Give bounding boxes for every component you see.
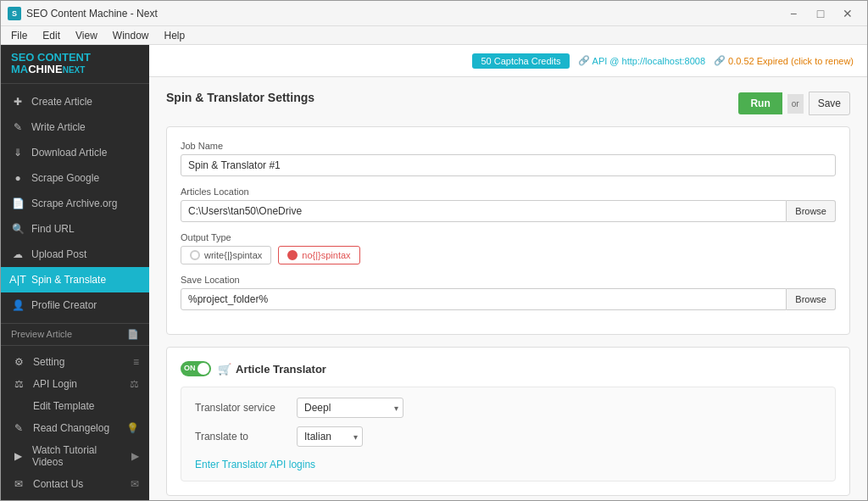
sidebar-label-find-url: Find URL: [31, 223, 75, 235]
sliders-icon: ≡: [133, 356, 139, 368]
output-no-label: no{|}spintax: [302, 250, 350, 260]
settings-card: Job Name Articles Location Browse Output…: [166, 126, 850, 335]
sidebar-nav: ✚ Create Article ✎ Write Article ⇓ Downl…: [1, 84, 149, 323]
app-window: S SEO Content Machine - Next − □ ✕ File …: [0, 0, 868, 501]
save-button[interactable]: Save: [809, 92, 850, 115]
or-label: or: [787, 94, 804, 114]
sidebar-item-create-article[interactable]: ✚ Create Article: [1, 89, 149, 114]
job-name-input[interactable]: [181, 154, 836, 176]
cloud-icon: ☁: [11, 248, 25, 261]
translator-service-select[interactable]: Deepl Google Translate Microsoft: [297, 398, 403, 418]
globe-icon: ●: [11, 171, 25, 185]
top-bar: 50 Captcha Credits 🔗 API @ http://localh…: [149, 45, 867, 77]
output-write-option[interactable]: write{|}spintax: [181, 246, 271, 264]
output-write-label: write{|}spintax: [204, 250, 262, 260]
sidebar-item-scrape-archive[interactable]: 📄 Scrape Archive.org: [1, 191, 149, 216]
sidebar-item-edit-template[interactable]: Edit Template: [1, 395, 149, 417]
at-icon: A|T: [11, 273, 25, 287]
logo-line1: SEO CONTENT: [11, 51, 91, 64]
tutorials-label: Watch Tutorial Videos: [32, 444, 125, 468]
articles-location-input[interactable]: [181, 200, 787, 222]
sidebar-item-profile-creator[interactable]: 👤 Profile Creator: [1, 292, 149, 318]
bulb-icon: ✎: [11, 422, 26, 434]
lightbulb-icon: 💡: [126, 422, 139, 434]
play-icon: ▶: [131, 450, 139, 462]
sidebar-label-scrape-archive: Scrape Archive.org: [31, 198, 117, 209]
sidebar-item-write-article[interactable]: ✎ Write Article: [1, 114, 149, 140]
sidebar-item-setting[interactable]: ⚙ Setting ≡: [1, 351, 149, 373]
articles-browse-button[interactable]: Browse: [787, 200, 836, 222]
app-icon: S: [8, 7, 21, 20]
translator-api-link[interactable]: Enter Translator API logins: [195, 459, 315, 470]
edit-icon: ✎: [11, 120, 25, 134]
job-name-group: Job Name: [181, 141, 836, 176]
radio-no-circle: [287, 250, 298, 260]
preview-section[interactable]: Preview Article 📄: [1, 323, 149, 345]
sidebar-item-read-changelog[interactable]: ✎ Read Changelog 💡: [1, 417, 149, 439]
sidebar-item-find-url[interactable]: 🔍 Find URL: [1, 216, 149, 242]
changelog-label: Read Changelog: [33, 422, 109, 434]
translate-to-select[interactable]: Italian French Spanish German: [297, 426, 363, 447]
translator-toggle-label: ON: [184, 364, 196, 372]
translator-toggle[interactable]: ON: [181, 361, 211, 376]
menu-edit[interactable]: Edit: [36, 28, 67, 43]
articles-location-group: Articles Location Browse: [181, 186, 836, 222]
job-name-label: Job Name: [181, 141, 836, 151]
user-icon: 👤: [11, 298, 25, 312]
logo-next: NEXT: [63, 65, 86, 75]
sidebar-item-upload-post[interactable]: ☁ Upload Post: [1, 242, 149, 267]
video-icon: ▶: [11, 450, 25, 462]
maximize-button[interactable]: □: [808, 5, 833, 22]
flask-icon: ⚖: [11, 378, 26, 390]
main-content: 50 Captcha Credits 🔗 API @ http://localh…: [149, 45, 867, 500]
sidebar-item-watch-tutorials[interactable]: ▶ Watch Tutorial Videos ▶: [1, 439, 149, 473]
sidebar-item-spin-translate[interactable]: A|T Spin & Translate: [1, 267, 149, 292]
save-location-input[interactable]: [181, 288, 787, 310]
sidebar-bottom: ⚙ Setting ≡ ⚖ API Login ⚖ Edit Template …: [1, 345, 149, 500]
page-header: Spin & Translator Settings Run or Save: [166, 91, 850, 116]
save-browse-button[interactable]: Browse: [787, 288, 836, 310]
output-no-option[interactable]: no{|}spintax: [278, 246, 359, 264]
plus-circle-icon: ✚: [11, 95, 25, 109]
run-button[interactable]: Run: [738, 92, 782, 114]
api-login-label: API Login: [33, 378, 77, 390]
output-type-group: Output Type write{|}spintax no{|}spintax: [181, 232, 836, 264]
translator-title-text: Article Translator: [236, 363, 326, 376]
translate-to-label: Translate to: [195, 431, 288, 443]
title-bar: S SEO Content Machine - Next − □ ✕: [1, 1, 867, 26]
version-badge[interactable]: 🔗 0.0.52 Expired (click to renew): [714, 55, 854, 66]
logo-line2: MA: [11, 63, 28, 75]
api-link[interactable]: 🔗 API @ http://localhost:8008: [578, 55, 705, 66]
sidebar-item-download-article[interactable]: ⇓ Download Article: [1, 140, 149, 165]
contact-label: Contact Us: [33, 478, 83, 490]
minimize-button[interactable]: −: [781, 5, 806, 22]
setting-label: Setting: [33, 356, 64, 368]
menu-window[interactable]: Window: [106, 28, 156, 43]
menu-help[interactable]: Help: [158, 28, 192, 43]
sidebar-item-contact-us[interactable]: ✉ Contact Us ✉: [1, 473, 149, 495]
sidebar-label-profile: Profile Creator: [31, 299, 97, 311]
version-icon: 🔗: [714, 55, 726, 66]
preview-label: Preview Article: [11, 329, 72, 339]
translator-toggle-knob: [198, 363, 209, 375]
captcha-badge[interactable]: 50 Captcha Credits: [472, 53, 569, 69]
window-title: SEO Content Machine - Next: [26, 8, 158, 19]
sidebar-label-write: Write Article: [31, 121, 86, 133]
sidebar-item-scrape-google[interactable]: ● Scrape Google: [1, 165, 149, 191]
menu-view[interactable]: View: [69, 28, 104, 43]
sidebar-label-create: Create Article: [31, 96, 92, 108]
sidebar-label-download: Download Article: [31, 147, 107, 159]
menu-file[interactable]: File: [4, 28, 34, 43]
sidebar-item-api-login[interactable]: ⚖ API Login ⚖: [1, 373, 149, 395]
close-button[interactable]: ✕: [835, 5, 860, 22]
articles-location-label: Articles Location: [181, 186, 836, 197]
save-location-group: Save Location Browse: [181, 275, 836, 310]
article-translator-card: ON 🛒 Article Translator Translator servi…: [166, 347, 850, 496]
archive-icon: 📄: [11, 197, 25, 210]
download-icon: ⇓: [11, 146, 25, 159]
output-type-label: Output Type: [181, 232, 836, 242]
title-bar-left: S SEO Content Machine - Next: [8, 7, 158, 20]
api-link-icon: 🔗: [578, 55, 590, 66]
translator-inner-card: Translator service Deepl Google Translat…: [181, 387, 836, 482]
output-type-options: write{|}spintax no{|}spintax: [181, 246, 836, 264]
